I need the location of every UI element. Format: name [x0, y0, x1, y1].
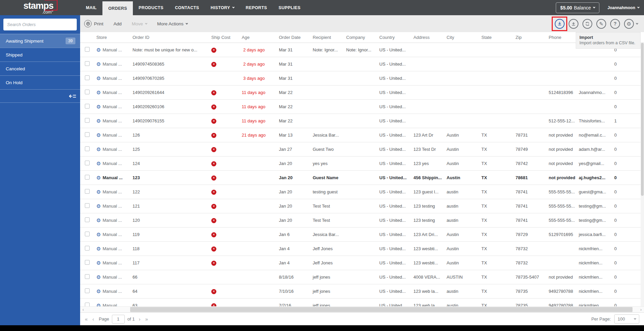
nav-products[interactable]: PRODUCTS: [133, 0, 169, 15]
table-row[interactable]: ⚙Manual ... 125 ✕ Jan 27 Guest Two US - …: [80, 142, 644, 157]
vertical-scrollbar-thumb[interactable]: [641, 43, 644, 196]
nav-supplies[interactable]: SUPPLIES: [273, 0, 306, 15]
sidebar-item-canceled[interactable]: Canceled: [0, 62, 80, 75]
add-button[interactable]: Add: [114, 21, 122, 26]
table-row[interactable]: ⚙Manual ... 118 ✕ Jan 4 Jeff Jones US - …: [80, 242, 644, 256]
table-row[interactable]: ⚙Manual ... 126 ✕ 21 days ago Mar 13 Jes…: [80, 128, 644, 142]
row-checkbox[interactable]: [85, 203, 90, 208]
column-header-age[interactable]: Age: [239, 35, 276, 40]
scroll-right-icon[interactable]: ›: [638, 307, 644, 312]
column-header-address[interactable]: Address: [411, 35, 444, 40]
table-row[interactable]: ⚙Manual ... 1490209261644 ✕ 11 days ago …: [80, 86, 644, 100]
table-row[interactable]: ⚙Manual ... 124 ✕ Jan 20 yes yes US - Un…: [80, 157, 644, 171]
sidebar-item-awaiting-shipment[interactable]: Awaiting Shipment39: [0, 34, 80, 48]
row-checkbox[interactable]: [85, 232, 90, 236]
help-icon[interactable]: ?: [610, 19, 620, 29]
table-row[interactable]: ⚙Manual ... 1490209260106 ✕ 11 days ago …: [80, 100, 644, 114]
table-row[interactable]: ⚙Manual ... 123 ✕ Jan 20 Guest Name US -…: [80, 171, 644, 185]
row-checkbox[interactable]: [85, 260, 90, 265]
nav-history[interactable]: HISTORY: [205, 0, 240, 15]
item-count-cell: 0: [612, 147, 627, 152]
vertical-scrollbar[interactable]: [641, 43, 644, 306]
column-header-zip[interactable]: Zip: [513, 35, 546, 40]
ship-error-icon: ✕: [211, 133, 216, 138]
row-checkbox[interactable]: [85, 303, 90, 306]
column-header-country[interactable]: Country: [377, 35, 411, 40]
row-checkbox[interactable]: [85, 47, 90, 52]
balance-button[interactable]: $5.00 Balance: [556, 2, 599, 13]
row-checkbox[interactable]: [85, 146, 90, 151]
table-row[interactable]: ⚙Manual ... 63 ✕ 7/7/16 jeff jones US - …: [80, 299, 644, 306]
print-button[interactable]: Print: [84, 20, 103, 27]
search-input[interactable]: [3, 19, 77, 30]
column-header-order-date[interactable]: Order Date: [276, 35, 310, 40]
sidebar-item-on-hold[interactable]: On Hold: [0, 75, 80, 89]
row-checkbox[interactable]: [85, 175, 90, 180]
row-checkbox[interactable]: [85, 189, 90, 194]
row-checkbox[interactable]: [85, 288, 90, 293]
user-menu[interactable]: Joannahmoon: [607, 5, 639, 10]
row-checkbox[interactable]: [85, 161, 90, 165]
nav-contacts[interactable]: CONTACTS: [169, 0, 205, 15]
collapse-sidebar-icon[interactable]: [69, 93, 77, 99]
next-page-button[interactable]: ›: [139, 316, 140, 322]
settings-gear-icon[interactable]: ⚙: [624, 19, 634, 29]
nav-orders[interactable]: ORDERS: [102, 1, 133, 15]
nav-mail[interactable]: MAIL: [80, 0, 102, 15]
table-row[interactable]: ⚙Manual ... 119 ✕ Jan 6 Jessica Bar... U…: [80, 228, 644, 242]
table-row[interactable]: ⚙Manual ... 121 ✕ Jan 20 Test Test US - …: [80, 199, 644, 213]
column-header-order-id[interactable]: Order ID: [130, 35, 209, 40]
table-row[interactable]: ⚙Manual ... 117 ✕ Jan 4 Jeff Jones US - …: [80, 256, 644, 270]
edit-pencil-icon[interactable]: ✎: [596, 19, 606, 29]
column-header-phone[interactable]: Phone: [546, 35, 576, 40]
horizontal-scrollbar-track[interactable]: [86, 307, 638, 312]
table-row[interactable]: ⚙Manual ... 1490209076155 ✕ 11 days ago …: [80, 114, 644, 128]
first-page-button[interactable]: «: [85, 316, 88, 322]
table-body: ⚙Manual ... Note: must be unique for new…: [80, 43, 644, 306]
table-row[interactable]: ⚙Manual ... 1490970670285 3 days ago Mar…: [80, 71, 644, 86]
table-row[interactable]: ⚙Manual ... 66 8/18/16 jeff jones US - U…: [80, 270, 644, 284]
logo-area[interactable]: stamps .com®: [0, 0, 80, 15]
scroll-left-icon[interactable]: ‹: [80, 307, 86, 312]
table-row[interactable]: ⚙Manual ... 120 ✕ Jan 20 Test Test US - …: [80, 213, 644, 228]
row-checkbox[interactable]: [85, 246, 90, 251]
row-checkbox[interactable]: [85, 104, 90, 109]
sidebar-item-shipped[interactable]: Shipped: [0, 48, 80, 62]
column-header-ship-cost[interactable]: Ship Cost: [209, 35, 239, 40]
column-header-city[interactable]: City: [444, 35, 479, 40]
table-row[interactable]: ⚙Manual ... Note: must be unique for new…: [80, 43, 644, 57]
store-gear-icon: ⚙: [96, 175, 101, 180]
export-upload-icon[interactable]: [569, 19, 578, 29]
address-cell: 123 Test Dr: [411, 147, 444, 152]
recipient-cell: Test Test: [310, 204, 343, 209]
horizontal-scrollbar-thumb[interactable]: [130, 307, 633, 312]
per-page-select[interactable]: 100: [614, 314, 639, 324]
column-header-recipient[interactable]: Recipient: [310, 35, 343, 40]
page-number-input[interactable]: [112, 315, 125, 324]
column-header-store[interactable]: Store: [94, 35, 130, 40]
row-checkbox[interactable]: [85, 75, 90, 80]
table-row[interactable]: ⚙Manual ... 122 ✕ Jan 20 testing guest U…: [80, 185, 644, 199]
column-header-state[interactable]: State: [479, 35, 513, 40]
prev-page-button[interactable]: ‹: [92, 316, 94, 322]
last-page-button[interactable]: »: [145, 316, 148, 322]
column-header-company[interactable]: Company: [343, 35, 377, 40]
table-row[interactable]: ⚙Manual ... 64 ✕ 7/10/16 jeff jones US -…: [80, 284, 644, 299]
per-page-value: 100: [618, 316, 625, 322]
row-checkbox[interactable]: [85, 61, 90, 66]
import-download-icon[interactable]: [555, 19, 565, 29]
row-checkbox[interactable]: [85, 274, 90, 279]
order-date-cell: Jan 6: [276, 232, 310, 237]
order-id-cell: 1490209260106: [130, 104, 209, 109]
row-checkbox[interactable]: [85, 90, 90, 94]
row-checkbox[interactable]: [85, 217, 90, 222]
row-checkbox[interactable]: [85, 118, 90, 123]
table-row[interactable]: ⚙Manual ... 1490974508365 ✕ 2 days ago M…: [80, 57, 644, 71]
order-date-cell: Jan 20: [276, 218, 310, 223]
row-checkbox[interactable]: [85, 132, 90, 137]
nav-reports[interactable]: REPORTS: [240, 0, 273, 15]
more-actions-button[interactable]: More Actions: [157, 21, 188, 26]
city-cell: austin: [444, 289, 479, 294]
move-button[interactable]: Move: [132, 21, 147, 26]
refresh-icon[interactable]: [582, 19, 592, 29]
